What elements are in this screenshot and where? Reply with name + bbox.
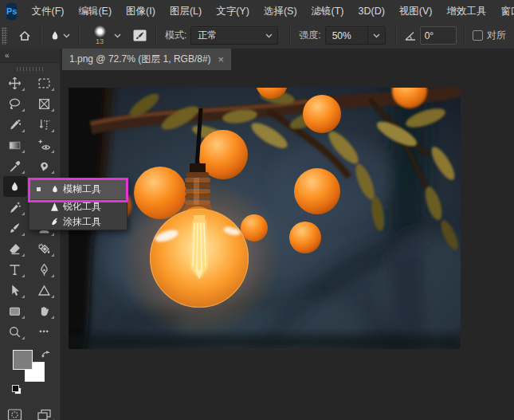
separator xyxy=(464,26,465,46)
swap-colors-icon[interactable] xyxy=(41,349,52,359)
strength-value: 50% xyxy=(326,30,367,41)
menu-3d[interactable]: 3D(D) xyxy=(351,0,392,22)
paint-bucket-tool[interactable] xyxy=(33,238,57,259)
gradient-tool-icon xyxy=(8,139,22,152)
tools-panel-grip[interactable] xyxy=(17,67,44,71)
eyedropper-tool[interactable] xyxy=(3,155,27,176)
chevron-down-icon xyxy=(114,33,121,38)
ellipsis-icon: ••• xyxy=(39,328,49,336)
blur-drop-icon xyxy=(49,29,61,42)
active-tool-marker xyxy=(37,187,41,191)
eraser-tool[interactable] xyxy=(3,238,27,259)
brush-preset-picker[interactable]: 13 xyxy=(84,26,125,46)
document-tab-title: 1.png @ 72.7% (图层 1, RGB/8#) xyxy=(69,53,211,66)
menu-plugins[interactable]: 增效工具 xyxy=(440,0,494,22)
document-tab[interactable]: 1.png @ 72.7% (图层 1, RGB/8#) × xyxy=(62,49,231,70)
menu-file[interactable]: 文件(F) xyxy=(24,0,71,22)
select-arrow-icon xyxy=(8,284,22,297)
menu-view[interactable]: 视图(V) xyxy=(392,0,440,22)
hand-tool[interactable] xyxy=(33,300,57,321)
home-icon xyxy=(18,29,32,43)
tools-panel: « xyxy=(0,49,61,420)
zoom-tool[interactable] xyxy=(3,321,27,342)
rectangular-marquee-tool[interactable] xyxy=(33,73,57,93)
move-tool-icon xyxy=(8,77,22,90)
blur-tools-flyout-menu: 模糊工具 锐化工具 涂抹工具 xyxy=(29,179,128,230)
sharpen-triangle-icon xyxy=(49,202,60,212)
flyout-label-smudge: 涂抹工具 xyxy=(63,215,101,229)
marquee-tool-icon xyxy=(37,77,51,90)
type-tool-icon xyxy=(8,263,22,277)
eraser-tool-icon xyxy=(8,242,22,256)
flyout-item-blur-tool[interactable]: 模糊工具 xyxy=(29,179,127,199)
soft-brush-preview xyxy=(94,26,106,37)
triangle-shape-tool[interactable] xyxy=(33,280,57,300)
strength-combo[interactable]: 50% xyxy=(325,26,386,45)
blur-tool-selected[interactable] xyxy=(3,176,27,197)
edit-toolbar-button[interactable]: ••• xyxy=(33,321,57,342)
patch-tool-icon xyxy=(37,159,51,173)
separator xyxy=(40,26,41,46)
tab-close-icon[interactable]: × xyxy=(218,54,225,65)
screen-mode-button[interactable] xyxy=(33,404,57,420)
type-mask-tool[interactable] xyxy=(33,114,57,135)
mode-value: 正常 xyxy=(191,29,261,42)
lasso-tool-icon xyxy=(8,97,22,111)
type-tool[interactable] xyxy=(3,259,27,280)
options-bar-grip[interactable] xyxy=(2,27,7,45)
toggle-brush-settings-button[interactable] xyxy=(128,26,151,46)
smudge-finger-icon xyxy=(49,217,60,227)
hand-tool-icon xyxy=(37,304,51,318)
separator xyxy=(289,26,291,46)
default-colors-button[interactable] xyxy=(12,385,22,394)
rectangle-shape-icon xyxy=(8,304,22,318)
brush-size-value: 13 xyxy=(96,38,104,45)
photoshop-logo[interactable]: Ps xyxy=(6,3,17,20)
menu-bar: Ps 文件(F) 编辑(E) 图像(I) 图层(L) 文字(Y) 选择(S) 滤… xyxy=(0,0,514,23)
color-swatches xyxy=(0,347,59,396)
separator xyxy=(395,26,397,46)
menu-type[interactable]: 文字(Y) xyxy=(209,0,257,22)
red-eye-tool[interactable] xyxy=(33,135,57,155)
type-mask-tool-icon xyxy=(37,118,51,131)
menu-window[interactable]: 窗口(W) xyxy=(494,0,514,22)
menu-select[interactable]: 选择(S) xyxy=(257,0,304,22)
path-select-tool[interactable] xyxy=(3,280,27,300)
brush-tool-icon xyxy=(8,222,22,235)
frame-tool[interactable] xyxy=(33,93,57,114)
quick-mask-mode-button[interactable] xyxy=(3,404,27,420)
brush-tool[interactable] xyxy=(3,218,27,238)
menu-edit[interactable]: 编辑(E) xyxy=(71,0,119,22)
brush-angle-input[interactable]: 0° xyxy=(420,26,457,45)
rectangle-tool[interactable] xyxy=(3,300,27,321)
chevron-down-icon xyxy=(265,33,273,38)
flyout-label-blur: 模糊工具 xyxy=(63,183,101,196)
menu-image[interactable]: 图像(I) xyxy=(119,0,163,22)
foreground-color-swatch[interactable] xyxy=(13,350,33,370)
remove-tool[interactable] xyxy=(3,197,27,218)
brush-angle-icon xyxy=(404,30,417,41)
mode-label: 模式: xyxy=(165,29,186,42)
lasso-tool[interactable] xyxy=(3,93,27,114)
separator xyxy=(78,26,80,46)
menu-filter[interactable]: 滤镜(T) xyxy=(304,0,351,22)
flyout-item-smudge-tool[interactable]: 涂抹工具 xyxy=(29,214,127,230)
gradient-tool[interactable] xyxy=(3,135,27,155)
chevron-down-icon xyxy=(373,33,380,38)
flyout-item-sharpen-tool[interactable]: 锐化工具 xyxy=(29,199,127,214)
sample-all-layers-checkbox[interactable] xyxy=(473,30,483,41)
move-tool[interactable] xyxy=(3,73,27,93)
healing-brush-tool[interactable] xyxy=(3,114,27,135)
photoshop-window: Ps 文件(F) 编辑(E) 图像(I) 图层(L) 文字(Y) 选择(S) 滤… xyxy=(0,0,514,420)
pen-tool[interactable] xyxy=(33,259,57,280)
menu-layer[interactable]: 图层(L) xyxy=(163,0,209,22)
mode-dropdown[interactable]: 正常 xyxy=(190,26,278,45)
blur-tool-preset[interactable] xyxy=(45,26,74,46)
tools-panel-header[interactable]: « xyxy=(0,49,60,63)
triangle-shape-icon xyxy=(37,284,51,297)
screen-mode-icon xyxy=(37,408,52,420)
strength-label: 强度: xyxy=(299,29,320,42)
home-button[interactable] xyxy=(14,26,36,46)
patch-tool[interactable] xyxy=(33,155,57,176)
eyedropper-tool-icon xyxy=(8,159,22,173)
